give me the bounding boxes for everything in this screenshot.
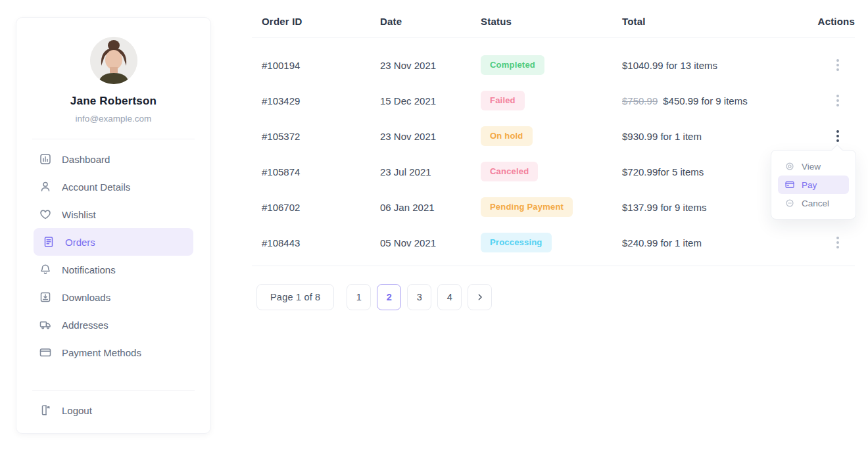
- status-badge: Completed: [481, 55, 544, 75]
- account-sidebar: Jane Robertson info@example.com Dashboar…: [16, 17, 211, 434]
- table-row: #108443 05 Nov 2021 Proccessing $240.99 …: [252, 225, 855, 260]
- logout-button[interactable]: Logout: [34, 396, 193, 424]
- user-icon: [39, 180, 52, 193]
- dashboard-icon: [39, 153, 52, 166]
- status-badge: Canceled: [481, 162, 538, 181]
- logout-label: Logout: [62, 405, 92, 416]
- page-button-3[interactable]: 3: [407, 284, 431, 310]
- pagination: Page 1 of 8 1 2 3 4: [256, 284, 855, 310]
- table-body: #100194 23 Nov 2021 Completed $1040.99 f…: [252, 37, 855, 260]
- user-name: Jane Robertson: [16, 93, 210, 109]
- menu-item-pay[interactable]: Pay: [778, 176, 849, 194]
- sidebar-item-wishlist[interactable]: Wishlist: [34, 200, 193, 228]
- page-summary-button[interactable]: Page 1 of 8: [256, 284, 334, 310]
- table-row: #106702 06 Jan 2021 Pending Payment $137…: [252, 189, 855, 225]
- orders-panel: Order ID Date Status Total Actions #1001…: [252, 0, 855, 310]
- bell-icon: [39, 263, 52, 276]
- logout-icon: [39, 404, 52, 417]
- column-header-status: Status: [481, 16, 622, 27]
- order-id: #105874: [252, 166, 380, 177]
- sidebar-item-orders[interactable]: Orders: [34, 228, 193, 256]
- orders-icon: [42, 235, 55, 248]
- sidebar-divider: [32, 390, 195, 391]
- menu-item-label: View: [802, 162, 821, 172]
- row-actions-kebab-icon-open[interactable]: [832, 126, 843, 146]
- minus-circle-icon: [784, 198, 795, 208]
- order-id: #106702: [252, 202, 380, 213]
- order-date: 15 Dec 2021: [380, 95, 481, 106]
- row-actions-kebab-icon[interactable]: [832, 55, 843, 75]
- menu-item-label: Pay: [802, 180, 817, 190]
- column-header-date: Date: [380, 16, 481, 27]
- sidebar-divider: [32, 139, 195, 139]
- sidebar-menu: Dashboard Account Details Wishlist Order…: [16, 145, 210, 366]
- credit-card-icon: [784, 179, 795, 190]
- order-date: 23 Jul 2021: [380, 166, 481, 177]
- sidebar-item-label: Payment Methods: [62, 347, 141, 358]
- table-footer-divider: [252, 266, 855, 266]
- order-date: 06 Jan 2021: [380, 202, 481, 213]
- heart-icon: [39, 208, 52, 221]
- menu-item-view[interactable]: View: [778, 157, 849, 176]
- row-actions-kebab-icon[interactable]: [832, 233, 843, 252]
- sidebar-item-label: Orders: [65, 237, 95, 248]
- download-icon: [39, 291, 52, 304]
- order-id: #105372: [252, 131, 380, 142]
- sidebar-item-label: Downloads: [62, 292, 110, 303]
- avatar: [90, 37, 137, 84]
- eye-icon: [784, 161, 795, 172]
- user-email: info@example.com: [16, 112, 210, 126]
- order-id: #103429: [252, 95, 380, 106]
- sidebar-item-addresses[interactable]: Addresses: [34, 311, 193, 339]
- column-header-actions: Actions: [815, 16, 855, 27]
- order-total: $930.99 for 1 item: [622, 131, 815, 142]
- status-badge: On hold: [481, 126, 533, 146]
- status-badge: Failed: [481, 91, 525, 110]
- avatar-image: [90, 37, 137, 84]
- status-badge: Proccessing: [481, 233, 552, 252]
- order-date: 23 Nov 2021: [380, 60, 481, 71]
- credit-card-icon: [39, 346, 52, 359]
- table-row: #105874 23 Jul 2021 Canceled $720.99for …: [252, 154, 855, 189]
- sidebar-item-dashboard[interactable]: Dashboard: [34, 145, 193, 173]
- sidebar-item-account-details[interactable]: Account Details: [34, 173, 193, 200]
- order-date: 23 Nov 2021: [380, 131, 481, 142]
- order-date: 05 Nov 2021: [380, 237, 481, 248]
- table-header: Order ID Date Status Total Actions: [252, 0, 855, 37]
- table-row: #103429 15 Dec 2021 Failed $750.99$450.9…: [252, 83, 855, 118]
- order-id: #108443: [252, 237, 380, 248]
- chevron-right-icon: [475, 293, 485, 302]
- menu-item-cancel[interactable]: Cancel: [778, 194, 849, 212]
- sidebar-item-payment-methods[interactable]: Payment Methods: [34, 339, 193, 366]
- next-page-button[interactable]: [468, 284, 492, 310]
- order-total: $1040.99 for 13 items: [622, 60, 815, 71]
- page-button-2-active[interactable]: 2: [377, 284, 401, 310]
- sidebar-item-label: Notifications: [62, 264, 116, 275]
- row-actions-menu: View Pay Cancel: [771, 150, 856, 220]
- column-header-order-id: Order ID: [252, 16, 380, 27]
- row-actions-kebab-icon[interactable]: [832, 91, 843, 110]
- order-total-old-price: $750.99: [622, 95, 658, 106]
- sidebar-item-label: Wishlist: [62, 209, 96, 220]
- order-total-current: $450.99 for 9 items: [663, 95, 747, 106]
- menu-item-label: Cancel: [802, 199, 829, 208]
- table-row: #105372 23 Nov 2021 On hold $930.99 for …: [252, 118, 855, 154]
- order-id: #100194: [252, 60, 380, 71]
- status-badge: Pending Payment: [481, 197, 573, 217]
- order-total: $240.99 for 1 item: [622, 237, 815, 248]
- order-total: $750.99$450.99 for 9 items: [622, 95, 815, 106]
- page-button-4[interactable]: 4: [437, 284, 462, 310]
- truck-icon: [39, 318, 52, 331]
- sidebar-item-label: Addresses: [62, 319, 108, 331]
- sidebar-item-label: Dashboard: [62, 154, 110, 165]
- sidebar-item-notifications[interactable]: Notifications: [34, 256, 193, 283]
- sidebar-item-label: Account Details: [62, 181, 130, 193]
- column-header-total: Total: [622, 16, 815, 27]
- sidebar-item-downloads[interactable]: Downloads: [34, 283, 193, 311]
- page-button-1[interactable]: 1: [347, 284, 371, 310]
- table-row: #100194 23 Nov 2021 Completed $1040.99 f…: [252, 47, 855, 83]
